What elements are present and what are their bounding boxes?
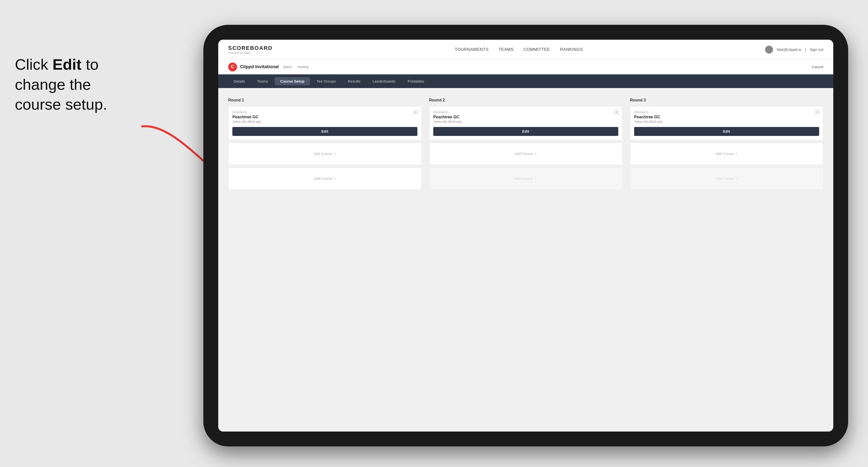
nav-rankings[interactable]: RANKINGS	[560, 47, 583, 52]
separator: |	[805, 48, 806, 52]
round-1-delete-icon[interactable]: ×	[413, 110, 418, 115]
tab-teams[interactable]: Teams	[252, 77, 274, 85]
round-3-course-card: × (Course A) Peachtree GC Yellow (M) (66…	[630, 106, 824, 140]
round-2-add-course-text-1: Add Course +	[515, 152, 537, 156]
round-1-add-plus-1: +	[334, 152, 336, 156]
round-2-add-plus-1: +	[534, 152, 537, 156]
round-3-column: Round 3 × (Course A) Peachtree GC Yellow…	[630, 98, 824, 192]
round-2-add-course-text-2: Add Course +	[515, 176, 537, 181]
round-2-course-label: (Course A)	[433, 111, 618, 114]
tab-course-setup[interactable]: Course Setup	[275, 77, 310, 85]
round-1-course-label: (Course A)	[232, 111, 417, 114]
round-3-add-course-1[interactable]: Add Course +	[630, 143, 824, 165]
round-3-delete-icon[interactable]: ×	[815, 110, 820, 115]
logo-area: SCOREBOARD Powered by clippd	[228, 45, 273, 54]
tournament-bar: C Clippd Invitational (Men) Hosting Canc…	[218, 60, 833, 74]
tab-leaderboards[interactable]: Leaderboards	[367, 77, 401, 85]
tabs-bar: Details Teams Course Setup Tee Groups Re…	[218, 74, 833, 88]
round-3-add-plus-1: +	[735, 152, 738, 156]
round-1-course-details: Yellow (M) (6629 yds)	[232, 120, 417, 124]
round-2-column: Round 2 × (Course A) Peachtree GC Yellow…	[429, 98, 622, 192]
user-avatar	[765, 45, 773, 54]
nav-links: TOURNAMENTS TEAMS COMMITTEE RANKINGS	[455, 47, 583, 52]
round-3-add-course-2: Add Course +	[630, 167, 824, 190]
nav-committee[interactable]: COMMITTEE	[524, 47, 550, 52]
round-2-add-plus-2: +	[534, 176, 537, 181]
tab-printables[interactable]: Printables	[402, 77, 430, 85]
user-email: blair@clippd.io	[777, 48, 801, 52]
cancel-button[interactable]: Cancel	[812, 65, 824, 69]
tournament-name: Clippd Invitational	[240, 64, 279, 69]
round-3-title: Round 3	[630, 98, 824, 102]
round-1-edit-button[interactable]: Edit	[232, 127, 417, 136]
tournament-info: C Clippd Invitational (Men) Hosting	[228, 62, 309, 71]
tournament-gender: (Men)	[283, 65, 292, 69]
tournament-logo: C	[228, 62, 237, 71]
tab-details[interactable]: Details	[228, 77, 250, 85]
round-3-add-course-text-1: Add Course +	[715, 152, 738, 156]
top-nav: SCOREBOARD Powered by clippd TOURNAMENTS…	[218, 40, 833, 60]
main-content: Round 1 × (Course A) Peachtree GC Yellow…	[218, 88, 833, 432]
round-1-course-card: × (Course A) Peachtree GC Yellow (M) (66…	[228, 106, 422, 140]
user-area: blair@clippd.io | Sign out	[765, 45, 824, 54]
tab-tee-groups[interactable]: Tee Groups	[311, 77, 341, 85]
sign-out-link[interactable]: Sign out	[810, 48, 824, 52]
instruction-text: Click Edit tochange thecourse setup.	[0, 44, 154, 125]
round-2-edit-button[interactable]: Edit	[433, 127, 618, 136]
round-1-title: Round 1	[228, 98, 422, 102]
round-1-add-course-text-2: Add Course +	[314, 176, 336, 181]
round-1-course-name: Peachtree GC	[232, 115, 417, 119]
round-3-edit-button[interactable]: Edit	[634, 127, 819, 136]
nav-tournaments[interactable]: TOURNAMENTS	[455, 47, 489, 52]
round-2-title: Round 2	[429, 98, 622, 102]
round-3-course-label: (Course A)	[634, 111, 819, 114]
round-1-column: Round 1 × (Course A) Peachtree GC Yellow…	[228, 98, 422, 192]
round-1-add-course-2[interactable]: Add Course +	[228, 167, 422, 190]
edit-emphasis: Edit	[53, 56, 82, 73]
tournament-badge: Hosting	[298, 65, 309, 69]
round-2-course-name: Peachtree GC	[433, 115, 618, 119]
logo-scoreboard: SCOREBOARD	[228, 45, 273, 51]
logo-text: SCOREBOARD Powered by clippd	[228, 45, 273, 54]
round-3-add-plus-2: +	[735, 176, 738, 181]
round-2-delete-icon[interactable]: ×	[614, 110, 619, 115]
round-1-add-course-text-1: Add Course +	[314, 152, 336, 156]
round-3-course-details: Yellow (M) (6629 yds)	[634, 120, 819, 124]
round-2-add-course-2: Add Course +	[429, 167, 622, 190]
round-2-add-course-1[interactable]: Add Course +	[429, 143, 622, 165]
nav-teams[interactable]: TEAMS	[498, 47, 514, 52]
round-2-course-details: Yellow (M) (6629 yds)	[433, 120, 618, 124]
round-2-course-card: × (Course A) Peachtree GC Yellow (M) (66…	[429, 106, 622, 140]
tablet-screen: SCOREBOARD Powered by clippd TOURNAMENTS…	[218, 40, 833, 432]
round-3-course-name: Peachtree GC	[634, 115, 819, 119]
logo-powered: Powered by clippd	[228, 51, 273, 54]
round-3-add-course-text-2: Add Course +	[715, 176, 738, 181]
tab-results[interactable]: Results	[342, 77, 366, 85]
tablet-device: SCOREBOARD Powered by clippd TOURNAMENTS…	[204, 25, 848, 446]
rounds-grid: Round 1 × (Course A) Peachtree GC Yellow…	[228, 98, 824, 192]
round-1-add-course-1[interactable]: Add Course +	[228, 143, 422, 165]
round-1-add-plus-2: +	[334, 176, 336, 181]
